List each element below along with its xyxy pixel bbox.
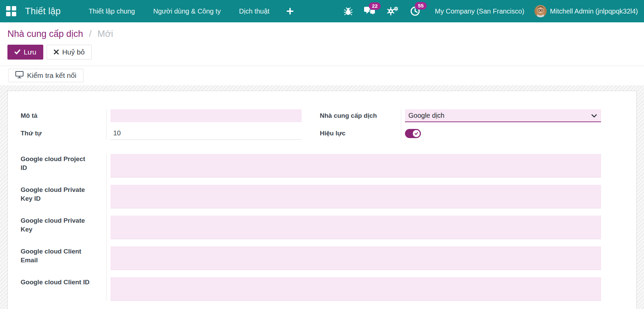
activities-badge: 55 <box>415 2 427 9</box>
google-client-id-label: Google cloud Client ID <box>21 277 92 287</box>
google-client-id-input[interactable] <box>111 277 601 301</box>
google-private-key-label: Google cloud Private Key <box>21 216 92 234</box>
breadcrumb-parent-link[interactable]: Nhà cung cấp dịch <box>7 29 83 39</box>
chevron-down-icon <box>591 114 597 118</box>
sequence-input[interactable]: 10 <box>111 127 302 140</box>
group-main-left: Mô tả Thứ tự 10 <box>21 109 302 140</box>
google-project-id-input[interactable] <box>111 154 601 178</box>
breadcrumb: Nhà cung cấp dịch / Mới <box>7 28 644 40</box>
menu-general-settings[interactable]: Thiết lập chung <box>79 0 144 22</box>
user-menu[interactable]: Mitchell Admin (jnlpqpqk32l4) <box>550 7 638 15</box>
menu-translation[interactable]: Dịch thuật <box>230 0 279 22</box>
sequence-label: Thứ tự <box>21 127 92 138</box>
google-client-email-input[interactable] <box>111 246 601 270</box>
app-title[interactable]: Thiết lập <box>25 6 61 17</box>
monitor-icon <box>15 71 24 80</box>
cancel-button[interactable]: Huỷ bỏ <box>47 45 92 60</box>
toggle-check-icon <box>413 130 420 137</box>
description-label: Mô tả <box>21 109 92 120</box>
menu-users-companies[interactable]: Người dùng & Công ty <box>144 0 230 22</box>
apps-grid-icon[interactable] <box>6 6 16 16</box>
check-icon <box>15 48 20 56</box>
top-navbar: Thiết lập Thiết lập chung Người dùng & C… <box>0 0 644 22</box>
group-main-right: Nhà cung cấp dịch Google dịch Hiệu lực <box>320 109 601 140</box>
provider-label: Nhà cung cấp dịch <box>320 109 387 120</box>
company-switcher[interactable]: My Company (San Francisco) <box>435 7 524 15</box>
breadcrumb-current: Mới <box>97 29 113 39</box>
messages-icon[interactable]: 22 <box>364 6 376 16</box>
provider-select[interactable]: Google dịch <box>405 109 601 122</box>
active-label: Hiệu lực <box>320 127 387 138</box>
description-input[interactable] <box>111 109 302 122</box>
x-icon <box>54 48 59 56</box>
google-private-key-input[interactable] <box>111 216 601 239</box>
google-project-id-label: Google cloud Project ID <box>21 154 92 172</box>
bug-icon[interactable] <box>344 7 353 16</box>
user-avatar[interactable] <box>534 5 547 17</box>
statusbar: Kiểm tra kết nối <box>0 66 644 85</box>
group-google-credentials: Google cloud Project ID Google cloud Pri… <box>21 154 601 301</box>
google-client-email-label: Google cloud Client Email <box>21 246 92 265</box>
messages-badge: 22 <box>369 2 381 10</box>
google-private-key-id-input[interactable] <box>111 185 601 208</box>
gears-icon[interactable] <box>387 6 399 16</box>
plus-icon[interactable] <box>279 8 302 15</box>
control-panel: Nhà cung cấp dịch / Mới Lưu Huỷ bỏ <box>0 22 644 66</box>
form-view-background: Mô tả Thứ tự 10 Nhà cung cấp dịch Google… <box>0 85 644 309</box>
test-connection-button[interactable]: Kiểm tra kết nối <box>8 69 84 82</box>
form-sheet: Mô tả Thứ tự 10 Nhà cung cấp dịch Google… <box>7 91 637 309</box>
active-toggle[interactable] <box>405 129 421 138</box>
activities-clock-icon[interactable]: 55 <box>410 6 420 16</box>
save-button[interactable]: Lưu <box>7 45 43 60</box>
google-private-key-id-label: Google cloud Private Key ID <box>21 185 92 203</box>
breadcrumb-separator: / <box>86 29 95 39</box>
